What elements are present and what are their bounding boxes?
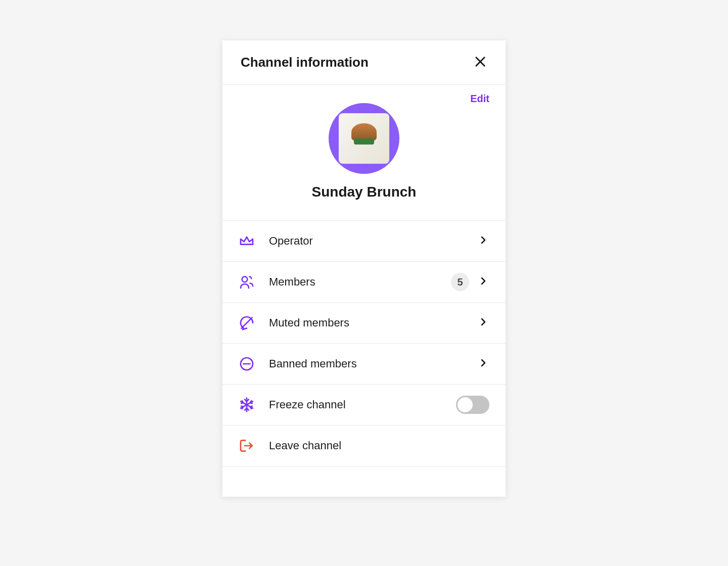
page-title: Channel information <box>241 55 369 70</box>
spacer <box>222 466 506 497</box>
muted-members-item[interactable]: Muted members <box>222 303 506 344</box>
operator-item[interactable]: Operator <box>222 221 506 262</box>
muted-icon <box>237 313 257 333</box>
chevron-right-icon <box>477 275 489 289</box>
leave-icon <box>237 436 257 456</box>
crown-icon <box>237 231 257 251</box>
channel-info-panel: Channel information Edit Sunday Brunch O… <box>222 40 506 497</box>
profile-section: Edit Sunday Brunch <box>222 85 506 221</box>
chevron-right-icon <box>477 316 489 330</box>
snowflake-icon <box>237 395 257 415</box>
members-icon <box>237 272 257 292</box>
chevron-right-icon <box>477 357 489 371</box>
list-item-label: Freeze channel <box>269 398 456 411</box>
banned-icon <box>237 354 257 374</box>
panel-header: Channel information <box>222 40 506 85</box>
edit-button[interactable]: Edit <box>470 93 489 105</box>
svg-line-3 <box>241 317 252 328</box>
members-item[interactable]: Members 5 <box>222 262 506 303</box>
list-item-label: Members <box>269 275 451 289</box>
list-item-label: Operator <box>269 234 477 248</box>
close-icon <box>473 55 487 70</box>
channel-avatar[interactable] <box>329 103 399 174</box>
close-button[interactable] <box>471 53 489 72</box>
list-item-label: Leave channel <box>269 439 489 452</box>
members-count-badge: 5 <box>451 273 469 291</box>
channel-name: Sunday Brunch <box>312 184 417 200</box>
chevron-right-icon <box>477 234 489 248</box>
freeze-channel-item[interactable]: Freeze channel <box>222 385 506 426</box>
list-item-label: Banned members <box>269 357 477 370</box>
banned-members-item[interactable]: Banned members <box>222 344 506 385</box>
list-item-label: Muted members <box>269 316 477 329</box>
leave-channel-item[interactable]: Leave channel <box>222 426 506 466</box>
freeze-toggle[interactable] <box>456 396 489 414</box>
svg-point-2 <box>242 276 248 282</box>
